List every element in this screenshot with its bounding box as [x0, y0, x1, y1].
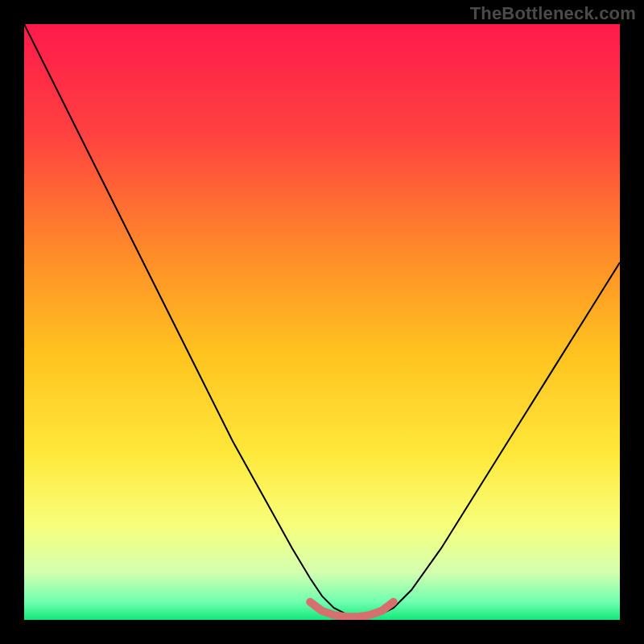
chart-svg: [24, 24, 620, 620]
chart-frame: TheBottleneck.com: [0, 0, 644, 644]
watermark-text: TheBottleneck.com: [470, 3, 636, 24]
gradient-background: [24, 24, 620, 620]
plot-area: [24, 24, 620, 620]
